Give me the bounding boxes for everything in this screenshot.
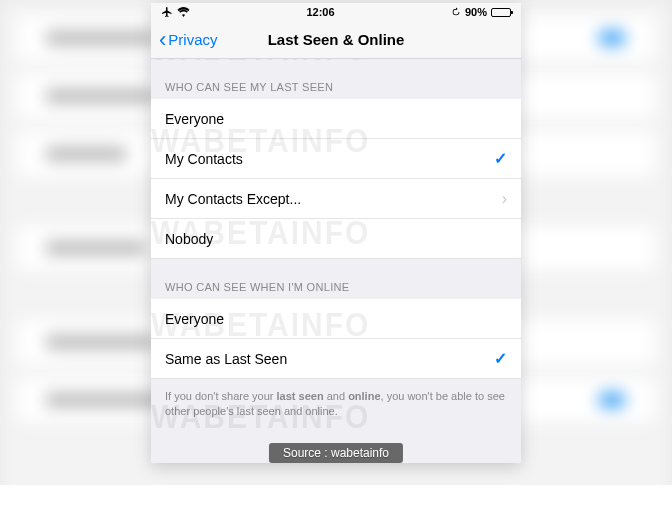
option-my-contacts[interactable]: My Contacts ✓ <box>151 139 521 179</box>
option-label: Same as Last Seen <box>165 351 287 367</box>
option-nobody[interactable]: Nobody <box>151 219 521 259</box>
option-everyone[interactable]: Everyone <box>151 99 521 139</box>
page-title: Last Seen & Online <box>268 31 405 48</box>
option-online-everyone[interactable]: Everyone <box>151 299 521 339</box>
option-label: Nobody <box>165 231 213 247</box>
section-header-online: WHO CAN SEE WHEN I'M ONLINE <box>151 259 521 299</box>
chevron-left-icon: ‹ <box>159 29 166 51</box>
option-my-contacts-except[interactable]: My Contacts Except... › <box>151 179 521 219</box>
checkmark-icon: ✓ <box>494 349 507 368</box>
rotation-lock-icon <box>451 7 461 17</box>
status-time: 12:06 <box>306 6 334 18</box>
settings-content: WHO CAN SEE MY LAST SEEN Everyone My Con… <box>151 59 521 463</box>
checkmark-icon: ✓ <box>494 149 507 168</box>
option-same-as-last-seen[interactable]: Same as Last Seen ✓ <box>151 339 521 379</box>
option-label: Everyone <box>165 111 224 127</box>
option-label: Everyone <box>165 311 224 327</box>
status-bar: 12:06 90% <box>151 3 521 21</box>
article-text-fragment <box>0 485 672 513</box>
wifi-icon <box>177 7 190 17</box>
option-label: My Contacts <box>165 151 243 167</box>
back-button[interactable]: ‹ Privacy <box>159 29 218 51</box>
option-label: My Contacts Except... <box>165 191 301 207</box>
chevron-right-icon: › <box>502 190 507 208</box>
back-label: Privacy <box>168 31 217 48</box>
battery-icon <box>491 8 511 17</box>
source-credit: Source : wabetainfo <box>269 443 403 463</box>
device-screenshot: WABETAINFO WABETAINFO WABETAINFO WABETAI… <box>151 3 521 463</box>
section-header-last-seen: WHO CAN SEE MY LAST SEEN <box>151 59 521 99</box>
navigation-bar: ‹ Privacy Last Seen & Online <box>151 21 521 59</box>
airplane-mode-icon <box>161 6 173 18</box>
battery-percentage: 90% <box>465 6 487 18</box>
footer-note: If you don't share your last seen and on… <box>151 379 521 429</box>
